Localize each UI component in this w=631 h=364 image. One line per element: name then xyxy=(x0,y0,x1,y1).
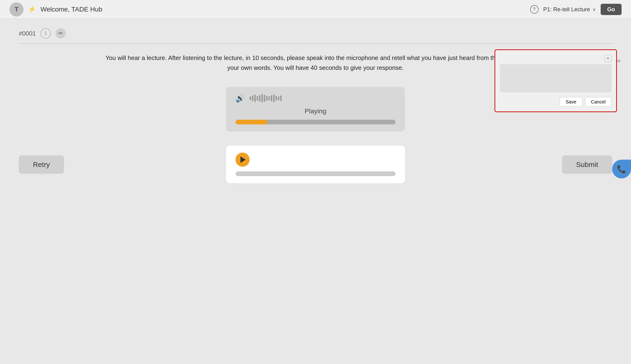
wave-bar xyxy=(264,95,265,102)
help-icon[interactable]: ? xyxy=(530,5,538,14)
instruction-text: You will hear a lecture. After listening… xyxy=(104,53,527,73)
wave-bar xyxy=(268,96,270,100)
bolt-icon: ⚡ xyxy=(28,6,36,13)
wave-bar xyxy=(278,96,279,100)
retry-button[interactable]: Retry xyxy=(19,156,64,174)
chevron-down-icon: ∨ xyxy=(592,6,596,12)
chat-bubble[interactable]: 📞 xyxy=(612,160,631,178)
wave-bar xyxy=(261,94,263,102)
edit-icon-button[interactable]: ✏ xyxy=(56,28,66,38)
wave-bar xyxy=(254,94,256,102)
bottom-bar: Retry Submit xyxy=(19,156,612,174)
speaker-icon: 🔊 xyxy=(236,94,245,103)
progress-bar xyxy=(236,120,395,124)
question-number: #0001 xyxy=(19,30,36,37)
popup-cancel-button[interactable]: Cancel xyxy=(585,97,611,107)
task-selector[interactable]: P1: Re-tell Lecture ∨ xyxy=(543,6,596,13)
progress-bar-fill xyxy=(236,120,268,124)
go-button[interactable]: Go xyxy=(601,4,621,15)
wave-bar xyxy=(273,94,275,102)
popup-save-button[interactable]: Save xyxy=(560,97,582,107)
waveform xyxy=(250,94,282,102)
wave-bar xyxy=(280,96,282,101)
main-content: #0001 ℹ ✏ You will hear a lecture. After… xyxy=(0,19,631,192)
avatar: T xyxy=(10,2,24,16)
divider xyxy=(19,43,612,44)
popup-close-button[interactable]: × xyxy=(604,55,611,62)
welcome-text: Welcome, TADE Hub xyxy=(41,6,102,13)
header-left: T ⚡ Welcome, TADE Hub xyxy=(10,2,102,16)
wave-bar xyxy=(252,96,253,101)
info-icon[interactable]: ℹ xyxy=(41,28,51,38)
header-right: ? P1: Re-tell Lecture ∨ Go xyxy=(530,4,621,15)
wave-bar xyxy=(259,95,260,102)
wave-bar xyxy=(250,96,251,100)
audio-player: 🔊 Playing xyxy=(226,87,405,132)
audio-top: 🔊 xyxy=(236,94,395,103)
popup-footer: Save Cancel xyxy=(500,97,611,107)
task-label: P1: Re-tell Lecture xyxy=(543,6,590,13)
wave-bar xyxy=(257,96,258,101)
question-row: #0001 ℹ ✏ xyxy=(19,28,612,38)
wave-bar xyxy=(271,95,272,101)
playing-label: Playing xyxy=(236,108,395,115)
header: T ⚡ Welcome, TADE Hub ? P1: Re-tell Lect… xyxy=(0,0,631,19)
wave-bar xyxy=(276,96,277,101)
popup-textarea[interactable] xyxy=(500,64,611,92)
popup-header: × xyxy=(500,55,611,62)
submit-button[interactable]: Submit xyxy=(562,156,612,174)
wave-bar xyxy=(266,96,268,101)
popup-overlay: × Save Cancel xyxy=(494,50,617,112)
